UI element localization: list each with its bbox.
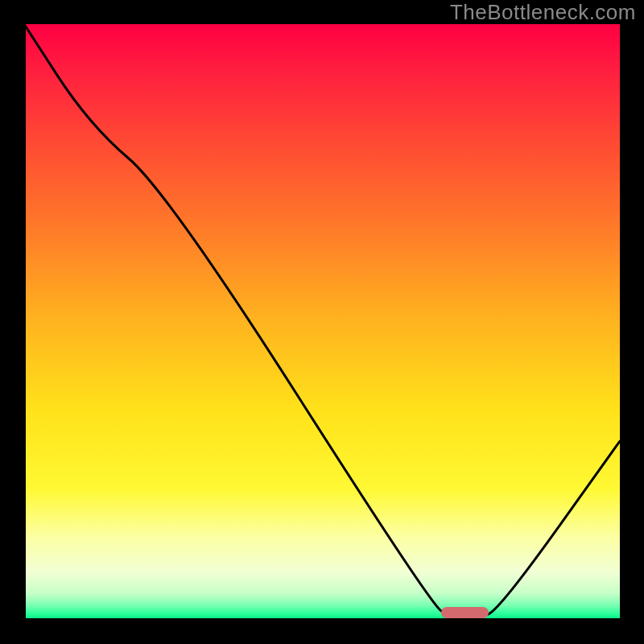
optimal-marker (441, 607, 489, 618)
chart-frame: TheBottleneck.com (0, 0, 644, 644)
bottleneck-curve (24, 24, 620, 620)
watermark-text: TheBottleneck.com (450, 0, 636, 25)
plot-area (24, 24, 620, 620)
